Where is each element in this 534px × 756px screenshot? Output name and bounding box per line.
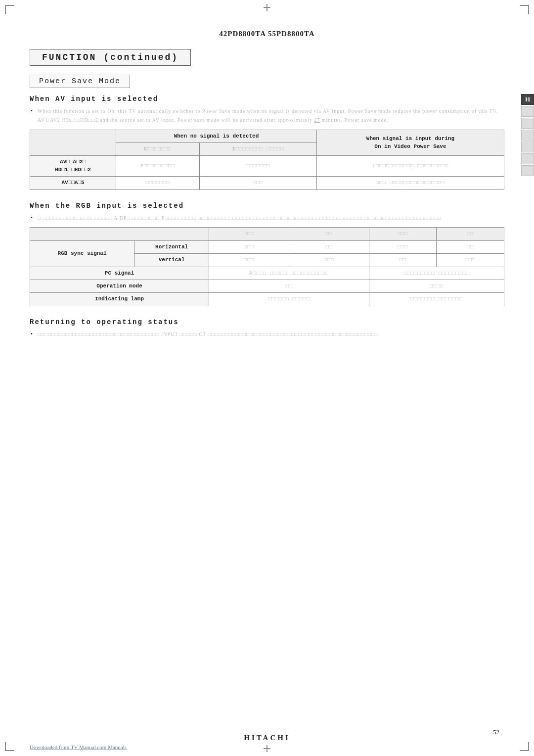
side-tab-5 [521,153,534,164]
rgb-sync-h-c4: □□ [437,240,504,253]
rgb-sync-h-c3: □□□ [369,240,437,253]
corner-mark-tl [5,5,14,14]
av-row2-label: AV□□A□5 [30,177,116,189]
av-row2-col2: □□□ □□□□□□□□□□□□□□□□ [316,177,504,189]
page-header: 42PD8800TA 55PD8800TA [30,30,504,38]
side-tab-1 [521,106,534,117]
side-tabs: H [521,94,534,176]
corner-mark-tr [520,5,529,14]
rgb-bullet: □ □□□□□□□□□□□□□□□□□□□□ A DP□ □□□□□□□□ P□… [30,214,504,223]
center-cross-top [264,4,270,11]
av-row1-col1b: □□□□□□□ [199,156,316,177]
rgb-sync-label: RGB sync signal [30,240,134,267]
brand-footer: HITACHI [244,734,290,742]
rgb-pc-label: PC signal [30,267,209,280]
av-table-col-i: I□□□□□□□□ □□□□□ [199,143,316,156]
returning-heading: Returning to operating status [30,318,504,326]
section-title-box: FUNCTION (continued) [30,49,191,66]
av-table-row-1: AV□□A□2□HD□1□□HD□□2 P□□□□□□□□□ □□□□□□□ T… [30,156,504,177]
subsection-title-box: Power Save Mode [30,75,130,88]
rgb-col-h3: □□□ [369,228,437,240]
av-row1-col1a: P□□□□□□□□□ [116,156,200,177]
av-row2-col1b: □□□ [199,177,316,189]
rgb-pc-row: PC signal A□□□□ □□□□□ □□□□□□□□□□□ □□□□□□… [30,267,504,280]
model-numbers: 42PD8800TA 55PD8800TA [219,30,314,38]
rgb-op-left: □□ [209,280,369,292]
rgb-lamp-left: □□□□□□ □□□□□ [209,293,369,306]
av-row1-col2: T□□□□□□□□□□□ □□□□□□□□□ [316,156,504,177]
rgb-lamp-row: Indicating lamp □□□□□□ □□□□□ □□□□□□□ □□□… [30,293,504,306]
rgb-sync-v-c2: □□□ [289,254,369,267]
rgb-col-h1: □□□ [209,228,289,240]
rgb-sync-h-c2: □□ [289,240,369,253]
returning-section: Returning to operating status □□□□□□□□□□… [30,318,504,339]
rgb-pc-right: □□□□□□□□□ □□□□□□□□□ [369,267,504,280]
av-table: When no signal is detected When signal i… [30,130,504,190]
returning-bullet-text: □□□□□□□□□□□□□□□□□□□□□□□□□□□□□□□□□□□ INPU… [38,331,378,337]
av-table-col-c: C□□□□□□□ [116,143,200,156]
av-table-signal-header: When signal is input duringOn in Video P… [316,130,504,156]
rgb-col-h2: □□ [289,228,369,240]
av-bullet-text: When this function is set to On, this TV… [38,108,498,123]
center-cross-bottom [264,745,270,752]
av-heading: When AV input is selected [30,95,504,103]
av-bullet: When this function is set to On, this TV… [30,107,504,125]
rgb-table-empty-header [30,228,209,240]
rgb-lamp-label: Indicating lamp [30,293,209,306]
rgb-col-h4: □□ [437,228,504,240]
rgb-sync-v-c1: □□□ [209,254,289,267]
rgb-bullet-text: □ □□□□□□□□□□□□□□□□□□□□ A DP□ □□□□□□□□ P□… [38,215,442,221]
rgb-heading: When the RGB input is selected [30,202,504,210]
av-section: When AV input is selected When this func… [30,95,504,190]
rgb-sync-v-c3: □□ [369,254,437,267]
section-title: FUNCTION (continued) [42,52,178,62]
av-table-no-signal-header: When no signal is detected [116,130,317,142]
av-row1-label: AV□□A□2□HD□1□□HD□□2 [30,156,116,177]
rgb-op-row: Operation mode □□ □□□□ [30,280,504,292]
corner-mark-br [520,742,529,751]
rgb-table: □□□ □□ □□□ □□ RGB sync signal Horizontal… [30,227,504,306]
rgb-sync-v-c4: □□□ [437,254,504,267]
av-table-empty-header [30,130,116,156]
av-table-row-2: AV□□A□5 □□□□□□□ □□□ □□□ □□□□□□□□□□□□□□□□ [30,177,504,189]
side-tab-2 [521,118,534,129]
subsection-title: Power Save Mode [39,77,121,86]
download-link[interactable]: Downloaded from TV Manual.com Manuals [30,744,127,750]
rgb-lamp-right: □□□□□□□ □□□□□□□ [369,293,504,306]
rgb-sync-h-c1: □□□ [209,240,289,253]
rgb-op-label: Operation mode [30,280,209,292]
side-tab-4 [521,142,534,152]
rgb-sync-v-label: Vertical [134,254,209,267]
returning-bullet: □□□□□□□□□□□□□□□□□□□□□□□□□□□□□□□□□□□ INPU… [30,330,504,339]
rgb-op-right: □□□□ [369,280,504,292]
rgb-section: When the RGB input is selected □ □□□□□□□… [30,202,504,306]
side-tab-3 [521,130,534,141]
rgb-sync-h-row: RGB sync signal Horizontal □□□ □□ □□□ □□ [30,240,504,253]
h-tab-letter: H [521,94,534,105]
rgb-sync-h-label: Horizontal [134,240,209,253]
rgb-pc-left: A□□□□ □□□□□ □□□□□□□□□□□ [209,267,369,280]
side-tab-6 [521,165,534,176]
corner-mark-bl [5,742,14,751]
page-number: 52 [493,728,499,736]
av-row2-col1a: □□□□□□□ [116,177,200,189]
